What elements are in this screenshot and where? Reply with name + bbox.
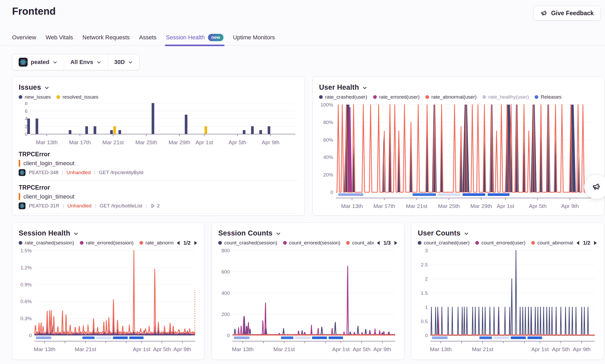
page-filter-bar: peated All Envs 30D: [12, 54, 139, 70]
series-color-dot: [139, 241, 143, 245]
error-level-bar: [19, 193, 20, 200]
session-health-chart[interactable]: 00.3%0.6%0.9%1.2%1.5%Mar 13thMar 21stApr…: [19, 248, 198, 354]
svg-text:Apr 1st: Apr 1st: [196, 139, 213, 145]
svg-text:2: 2: [425, 276, 428, 282]
svg-text:80%: 80%: [323, 120, 333, 125]
give-feedback-button[interactable]: Give Feedback: [533, 6, 601, 20]
svg-text:200: 200: [221, 312, 230, 317]
issue-item[interactable]: TRPCError client_login_timeout PEATED-31…: [19, 184, 298, 209]
legend-item-rate-crashed-session-[interactable]: rate_crashed(session): [19, 240, 74, 246]
svg-text:Mar 13th: Mar 13th: [232, 346, 254, 352]
react-logo-icon: [19, 169, 25, 176]
unhandled-tag: Unhandled: [67, 203, 92, 209]
user-health-chart[interactable]: 020%40%60%80%100%Mar 13thMar 17thMar 21s…: [319, 103, 598, 211]
project-filter[interactable]: peated: [12, 54, 64, 70]
session-health-panel-title[interactable]: Session Health: [19, 228, 198, 238]
date-range-filter[interactable]: 30D: [108, 54, 139, 70]
arrow-right-icon[interactable]: [593, 240, 597, 245]
arrow-left-icon[interactable]: [576, 240, 580, 245]
legend-item-count-abnormal-user-[interactable]: count_abnormal(user): [531, 240, 573, 246]
svg-text:100%: 100%: [320, 103, 333, 108]
chevron-down-icon: [44, 85, 49, 90]
svg-text:Apr 5th: Apr 5th: [353, 346, 371, 352]
svg-text:2: 2: [25, 124, 28, 129]
svg-text:Mar 21st: Mar 21st: [472, 346, 493, 352]
issues-panel: Issues new_issuesresolved_issues 02468Ma…: [12, 77, 305, 216]
legend-item-rate-healthy-user-[interactable]: rate_healthy(user): [482, 94, 529, 100]
series-color-dot: [373, 95, 377, 99]
issue-short-id: PEATED-31R: [29, 203, 59, 209]
tab-overview[interactable]: Overview: [12, 29, 36, 45]
svg-text:Apr 1st: Apr 1st: [133, 346, 150, 352]
chevron-down-icon: [53, 60, 58, 65]
svg-text:800: 800: [221, 248, 230, 253]
legend-item-count-crashed-user-[interactable]: count_crashed(user): [418, 240, 470, 246]
legend-item-count-abnormal-session-[interactable]: count_abnormal(session): [346, 240, 374, 246]
series-color-dot: [346, 241, 350, 245]
svg-text:0: 0: [425, 333, 428, 338]
divider: [19, 180, 298, 180]
new-badge: new: [208, 34, 223, 41]
svg-text:8: 8: [25, 102, 28, 106]
svg-text:4: 4: [25, 116, 28, 121]
unhandled-tag: Unhandled: [67, 170, 91, 175]
svg-text:0: 0: [25, 131, 28, 137]
legend-item-count-errored-session-[interactable]: count_errored(session): [283, 240, 340, 246]
user-health-panel: User Health rate_crashed(user)rate_error…: [312, 77, 604, 216]
svg-text:Apr 9th: Apr 9th: [573, 346, 591, 352]
legend-item-rate-abnormal-user-[interactable]: rate_abnormal(user): [425, 94, 477, 100]
session-counts-panel: Session Counts count_crashed(session)cou…: [212, 222, 404, 360]
svg-text:0: 0: [330, 190, 333, 195]
svg-text:Apr 5th: Apr 5th: [153, 346, 171, 352]
legend-item-new-issues[interactable]: new_issues: [19, 94, 51, 100]
svg-text:Apr 1st: Apr 1st: [332, 346, 350, 352]
tab-uptime-monitors[interactable]: Uptime Monitors: [233, 29, 275, 45]
issue-item[interactable]: TRPCError client_login_timeout PEATED-34…: [19, 151, 298, 176]
tab-session-health[interactable]: Session Health new: [166, 29, 223, 45]
legend-pager: 1/2: [176, 240, 198, 246]
issue-meta: PEATED-31R | Unhandled | GET /trpc/bottl…: [19, 202, 298, 209]
arrow-left-icon[interactable]: [176, 240, 180, 245]
svg-text:1.5: 1.5: [421, 290, 428, 296]
issue-title[interactable]: TRPCError: [19, 184, 298, 191]
issue-transaction: GET /trpc/bottleList: [100, 203, 142, 209]
user-counts-panel-title[interactable]: User Counts: [418, 228, 597, 238]
divider: [19, 213, 298, 214]
tab-assets[interactable]: Assets: [139, 29, 157, 45]
page-title: Frontend: [12, 6, 56, 17]
legend-item-rate-errored-session-[interactable]: rate_errored(session): [80, 240, 134, 246]
svg-text:Mar 29th: Mar 29th: [169, 139, 190, 145]
series-color-dot: [19, 241, 22, 245]
series-color-dot: [80, 241, 84, 245]
arrow-left-icon[interactable]: [376, 240, 380, 245]
svg-text:60%: 60%: [323, 137, 333, 143]
environment-filter[interactable]: All Envs: [64, 54, 108, 70]
legend-item-rate-crashed-user-[interactable]: rate_crashed(user): [319, 94, 367, 100]
tab-web-vitals[interactable]: Web Vitals: [46, 29, 73, 45]
user-health-panel-title[interactable]: User Health: [319, 83, 598, 92]
legend-item-Releases[interactable]: Releases: [535, 94, 561, 100]
svg-text:Mar 21st: Mar 21st: [406, 203, 427, 209]
issue-meta: PEATED-348 | Unhandled | GET /trpc/entit…: [19, 169, 298, 176]
chevron-down-icon: [128, 60, 133, 65]
session-counts-chart[interactable]: 0200400600800Mar 13thMar 21stApr 1stApr …: [218, 248, 398, 354]
issue-message: client_login_timeout: [19, 193, 298, 200]
session-counts-panel-title[interactable]: Session Counts: [218, 228, 398, 238]
svg-text:3: 3: [425, 248, 428, 253]
arrow-right-icon[interactable]: [194, 240, 198, 245]
legend-pager: 1/3: [376, 240, 398, 246]
arrow-right-icon[interactable]: [394, 240, 398, 245]
legend-item-rate-abnormal-session-[interactable]: rate_abnormal(session): [139, 240, 174, 246]
legend-item-count-errored-user-[interactable]: count_errored(user): [475, 240, 525, 246]
user-counts-chart[interactable]: 00.511.522.53Mar 13thMar 21stApr 1stApr …: [418, 248, 597, 354]
legend-item-resolved-issues[interactable]: resolved_issues: [56, 94, 98, 100]
svg-text:0.5: 0.5: [421, 319, 428, 324]
tab-network-requests[interactable]: Network Requests: [82, 29, 130, 45]
issues-panel-title[interactable]: Issues: [19, 83, 298, 92]
issues-chart[interactable]: 02468Mar 13thMar 17thMar 21stMar 25thMar…: [19, 102, 298, 147]
legend-item-count-crashed-session-[interactable]: count_crashed(session): [218, 240, 277, 246]
svg-text:Mar 13th: Mar 13th: [34, 346, 55, 352]
issue-title[interactable]: TRPCError: [19, 151, 298, 158]
series-color-dot: [535, 95, 538, 99]
legend-item-rate-errored-user-[interactable]: rate_errored(user): [373, 94, 420, 100]
